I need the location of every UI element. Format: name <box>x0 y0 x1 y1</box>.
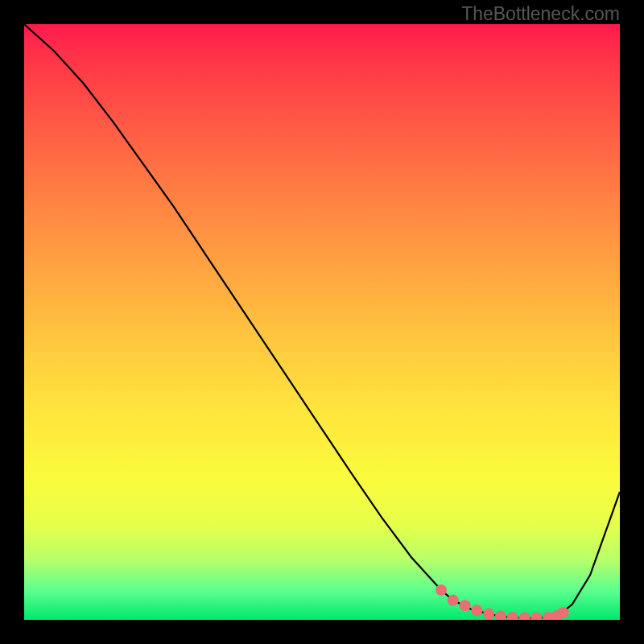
chart-svg <box>24 24 620 620</box>
marker-dot <box>519 612 530 620</box>
marker-dot <box>507 612 518 620</box>
marker-dot <box>460 600 471 611</box>
chart-frame: TheBottleneck.com <box>0 0 644 644</box>
optimum-markers <box>436 584 569 620</box>
marker-dot <box>436 584 447 596</box>
main-curve <box>24 24 620 618</box>
marker-dot <box>530 612 542 620</box>
marker-dot <box>471 605 482 616</box>
marker-dot <box>483 609 494 620</box>
marker-dot <box>448 595 459 606</box>
marker-dot <box>495 611 506 620</box>
marker-dot <box>558 607 569 618</box>
watermark-text: TheBottleneck.com <box>461 5 620 23</box>
